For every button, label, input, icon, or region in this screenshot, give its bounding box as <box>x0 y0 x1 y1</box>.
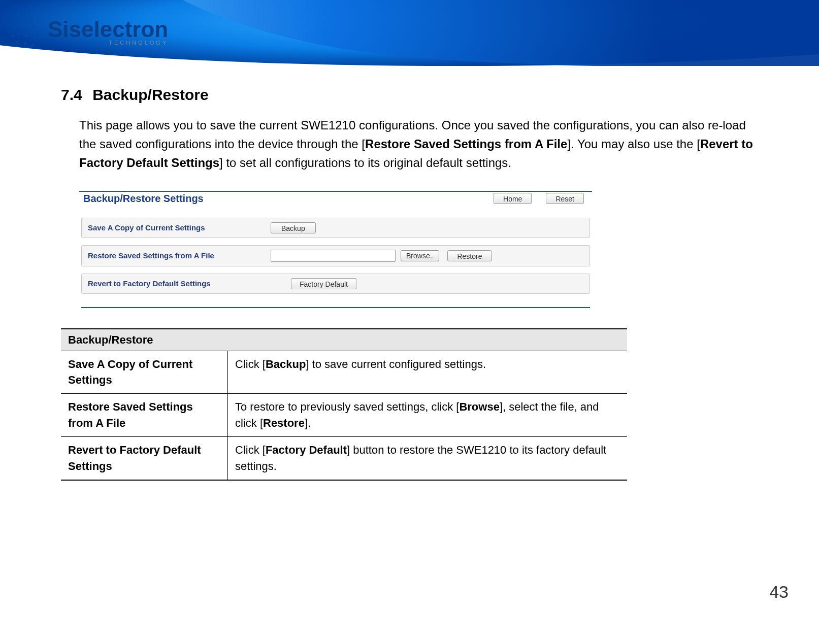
panel-title: Backup/Restore Settings <box>83 193 204 205</box>
page-header-banner: Siselectron TECHNOLOGY <box>0 0 819 66</box>
section-intro-paragraph: This page allows you to save the current… <box>79 116 758 173</box>
restore-file-input[interactable] <box>271 250 396 262</box>
desc-text: ] to save current configured settings. <box>306 358 486 370</box>
section-number: 7.4 <box>61 86 82 104</box>
table-row: Restore Saved Settings from A File To re… <box>61 394 627 437</box>
section-title: Backup/Restore <box>92 86 208 103</box>
table-row-label: Revert to Factory Default Settings <box>61 437 228 480</box>
backup-restore-panel: Backup/Restore Settings Home Reset Save … <box>79 191 592 308</box>
brand-logo: Siselectron TECHNOLOGY <box>11 7 184 58</box>
table-row: Revert to Factory Default Settings Click… <box>61 437 627 480</box>
desc-text: Click [ <box>235 444 266 456</box>
table-row: Save A Copy of Current Settings Click [B… <box>61 351 627 394</box>
browse-button[interactable]: Browse.. <box>401 250 439 261</box>
table-row-label: Restore Saved Settings from A File <box>61 394 228 437</box>
home-button[interactable]: Home <box>494 193 532 204</box>
save-copy-label: Save A Copy of Current Settings <box>88 223 271 232</box>
table-row-desc: To restore to previously saved settings,… <box>228 394 628 437</box>
brand-name: Siselectron <box>48 17 168 42</box>
panel-header-buttons: Home Reset <box>494 193 584 204</box>
desc-bold: Restore <box>263 417 305 429</box>
panel-header: Backup/Restore Settings Home Reset <box>79 192 592 211</box>
brand-wordmark: Siselectron TECHNOLOGY <box>48 19 168 45</box>
reset-button[interactable]: Reset <box>546 193 584 204</box>
restore-file-label: Restore Saved Settings from A File <box>88 251 271 260</box>
backup-restore-description-table: Backup/Restore Save A Copy of Current Se… <box>61 328 627 481</box>
section-heading: 7.4 Backup/Restore <box>61 86 758 104</box>
table-row-label: Save A Copy of Current Settings <box>61 351 228 394</box>
intro-bold-restore: Restore Saved Settings from A File <box>365 137 567 151</box>
backup-button[interactable]: Backup <box>271 222 316 233</box>
save-copy-row: Save A Copy of Current Settings Backup <box>81 218 590 238</box>
table-row-desc: Click [Factory Default] button to restor… <box>228 437 628 480</box>
factory-default-button[interactable]: Factory Default <box>291 278 356 289</box>
restore-button[interactable]: Restore <box>447 250 492 261</box>
intro-text-part2: ]. You may also use the [ <box>567 137 700 151</box>
panel-footer-rule <box>81 307 590 308</box>
factory-default-label: Revert to Factory Default Settings <box>88 279 271 288</box>
desc-bold: Backup <box>266 358 306 370</box>
restore-file-row: Restore Saved Settings from A File Brows… <box>81 245 590 266</box>
table-header-cell: Backup/Restore <box>61 329 627 351</box>
desc-text: To restore to previously saved settings,… <box>235 400 459 413</box>
table-row-desc: Click [Backup] to save current configure… <box>228 351 628 394</box>
logo-dots-icon <box>11 17 43 48</box>
desc-text: ]. <box>305 417 311 429</box>
desc-bold: Factory Default <box>266 444 347 456</box>
desc-text: Click [ <box>235 358 266 370</box>
intro-text-part3: ] to set all configurations to its origi… <box>219 156 511 170</box>
factory-default-row: Revert to Factory Default Settings Facto… <box>81 274 590 294</box>
desc-bold: Browse <box>459 400 499 413</box>
page-number: 43 <box>0 501 819 617</box>
